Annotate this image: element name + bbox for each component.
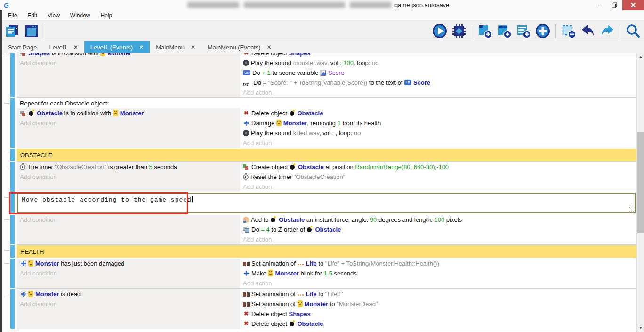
- debug-icon[interactable]: [451, 23, 467, 39]
- action-text: , vol.: , loop:: [319, 130, 354, 137]
- action-text: to: [328, 300, 337, 308]
- add-action[interactable]: Add action: [240, 182, 636, 192]
- monster-object-icon: [298, 300, 303, 307]
- action-line[interactable]: Do = 4 to Z-order of Obstacle: [240, 225, 636, 235]
- action-line[interactable]: Reset the timer "ObstacleCreation": [240, 172, 636, 182]
- scene-editor-icon[interactable]: [24, 23, 40, 39]
- action-text: blink for: [299, 270, 324, 277]
- add-subevent-icon[interactable]: [496, 23, 512, 39]
- action-text: Add action: [243, 280, 272, 287]
- action-line[interactable]: Do + 1 to scene variable Score: [240, 68, 636, 78]
- action-line[interactable]: Set animation of Monster to "MonsterDead…: [240, 299, 636, 309]
- action-line[interactable]: Set animation of Life to "Life0": [240, 289, 636, 299]
- action-line[interactable]: Make Monster blink for 1.5 seconds: [240, 268, 636, 278]
- add-event-icon[interactable]: [477, 23, 493, 39]
- add-action[interactable]: Add action: [240, 235, 636, 244]
- condition-line[interactable]: Obstacle is in collision with Monster: [17, 108, 240, 118]
- add-action[interactable]: Add action: [240, 278, 636, 288]
- action-text: pixels: [444, 216, 462, 223]
- action-text: Reset the timer: [250, 173, 294, 180]
- menu-window[interactable]: Window: [66, 11, 95, 20]
- action-text: Delete object: [251, 320, 289, 327]
- tab-start-page[interactable]: Start Page: [2, 41, 43, 53]
- condition-line[interactable]: The timer "ObstacleCreation" is greater …: [17, 162, 240, 172]
- restore-button[interactable]: [606, 0, 622, 10]
- add-condition[interactable]: Add condition: [17, 58, 240, 68]
- menu-file[interactable]: File: [4, 11, 21, 20]
- add-plus-icon[interactable]: [535, 23, 551, 39]
- event-body: Obstacle is in collision with MonsterAdd…: [17, 108, 636, 148]
- add-condition[interactable]: Add condition: [17, 268, 240, 278]
- condition-text: "ObstacleCreation": [55, 163, 107, 170]
- event-block[interactable]: Repeat for each Obstacle object:Obstacle…: [17, 98, 636, 148]
- menu-view[interactable]: View: [43, 11, 64, 20]
- redo-icon[interactable]: [599, 23, 615, 39]
- action-text: Add action: [243, 139, 272, 146]
- action-line[interactable]: Set animation of Life to "Life" + ToStri…: [240, 259, 636, 268]
- event-block[interactable]: Monster has just been damagedAdd conditi…: [17, 259, 636, 289]
- action-line[interactable]: Delete object Obstacle: [240, 319, 636, 329]
- menu-edit[interactable]: Edit: [23, 11, 41, 20]
- comment-edit-text: Move obstacle according to the game spee…: [22, 196, 192, 203]
- condition-line[interactable]: Monster has just been damaged: [17, 259, 240, 268]
- event-block[interactable]: Add conditionAdd to Obstacle an instant …: [17, 215, 636, 245]
- scroll-down-arrow-icon[interactable]: ▼: [637, 324, 644, 332]
- preview-play-icon[interactable]: [432, 23, 448, 39]
- action-line[interactable]: Add to Obstacle an instant force, angle:…: [240, 215, 636, 225]
- action-line[interactable]: Create object Obstacle at position Rando…: [240, 162, 636, 172]
- action-text: no: [354, 130, 361, 137]
- tab-mainmenu-events-[interactable]: MainMenu (Events)✕: [201, 41, 278, 53]
- remove-selection-icon[interactable]: [561, 23, 577, 39]
- add-condition[interactable]: Add condition: [17, 118, 240, 128]
- add-action[interactable]: Add action: [240, 88, 636, 97]
- add-condition[interactable]: Add condition: [17, 172, 240, 182]
- comment-row[interactable]: HEALTH: [17, 245, 636, 258]
- tab-close-icon[interactable]: ✕: [139, 44, 144, 50]
- z-order-icon: [243, 226, 250, 233]
- action-text: to scene variable: [271, 69, 321, 76]
- comment-edit-row[interactable]: Move obstacle according to the game spee…: [17, 193, 636, 214]
- tab-close-icon[interactable]: ✕: [267, 44, 272, 50]
- undo-icon[interactable]: [580, 23, 596, 39]
- menu-help[interactable]: Help: [97, 11, 117, 20]
- action-text: to Z-order of: [270, 226, 307, 233]
- resize-grip-icon[interactable]: [629, 207, 634, 212]
- search-icon[interactable]: [625, 23, 641, 39]
- event-block[interactable]: Monster is deadAdd conditionSet animatio…: [17, 289, 636, 329]
- tab-level1-events-[interactable]: Level1 (Events)✕: [84, 41, 150, 53]
- action-line[interactable]: Play the sound monster.wav, vol.: 100, l…: [240, 58, 636, 68]
- add-comment-icon[interactable]: [515, 23, 531, 39]
- minimize-button[interactable]: –: [590, 0, 606, 10]
- action-text: to the text of: [367, 79, 404, 86]
- vertical-scrollbar[interactable]: ▲ ▼: [636, 53, 644, 332]
- action-line[interactable]: Delete object Shapes: [240, 309, 636, 319]
- add-condition[interactable]: Add condition: [17, 299, 240, 309]
- tab-level1[interactable]: Level1✕: [43, 41, 84, 53]
- scroll-up-arrow-icon[interactable]: ▲: [637, 53, 644, 61]
- action-line[interactable]: Play the sound killed.wav, vol.: , loop:…: [240, 128, 636, 138]
- tab-label: Start Page: [8, 44, 37, 51]
- tab-close-icon[interactable]: ✕: [191, 44, 195, 50]
- action-line[interactable]: Do = "Score: " + ToString(Variable(Score…: [240, 78, 636, 88]
- action-line[interactable]: Delete object Shapes: [240, 53, 636, 58]
- conditions-column: Obstacle is in collision with MonsterAdd…: [17, 108, 240, 148]
- scrollbar-thumb[interactable]: [637, 132, 644, 233]
- comment-edit-input[interactable]: Move obstacle according to the game spee…: [17, 193, 636, 213]
- action-text: Add to: [251, 216, 270, 223]
- tab-mainmenu[interactable]: MainMenu✕: [150, 41, 201, 53]
- comment-row[interactable]: OBSTACLE: [17, 149, 636, 162]
- event-block[interactable]: Shapes is in collision with MonsterAdd c…: [17, 53, 636, 98]
- event-block[interactable]: The timer "ObstacleCreation" is greater …: [17, 162, 636, 192]
- project-manager-icon[interactable]: [4, 23, 20, 39]
- condition-line[interactable]: Monster is dead: [17, 289, 240, 299]
- events-sheet: Shapes is in collision with MonsterAdd c…: [0, 53, 636, 332]
- add-condition[interactable]: Add condition: [17, 215, 240, 225]
- condition-line[interactable]: Shapes is in collision with Monster: [17, 53, 240, 58]
- add-action[interactable]: Add action: [240, 138, 636, 148]
- action-line[interactable]: Delete object Obstacle: [240, 108, 636, 118]
- monster-object-icon: [113, 110, 118, 116]
- tab-close-icon[interactable]: ✕: [73, 44, 78, 50]
- conditions-column: Add condition: [17, 215, 240, 244]
- action-line[interactable]: Damage Monster, removing 1 from its heal…: [240, 118, 636, 128]
- close-button[interactable]: ✕: [622, 0, 644, 10]
